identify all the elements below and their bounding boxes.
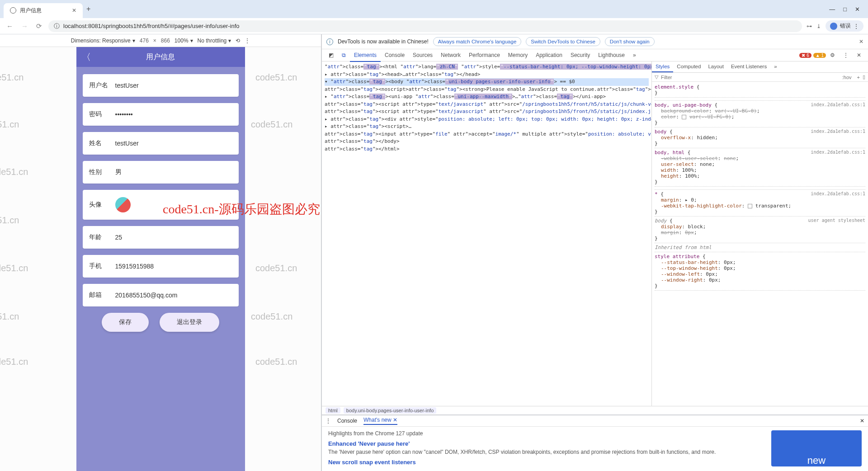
tab-memory[interactable]: Memory [504, 49, 532, 61]
watermark: code51.cn [255, 357, 297, 367]
form-field-手机[interactable]: 手机15915915988 [83, 255, 239, 278]
throttling-dropdown[interactable]: No throttling ▾ [198, 38, 231, 44]
tab-layout[interactable]: Layout [704, 61, 727, 72]
css-rule[interactable]: style attribute {--status-bar-height: 0p… [655, 252, 865, 291]
dom-tree[interactable]: "attr">class="tag"><html "attr">lang="zh… [322, 61, 652, 406]
inspect-icon[interactable]: ◩ [325, 49, 338, 61]
profile-chip[interactable]: 错误 ⋮ [826, 20, 863, 32]
more-tabs-icon[interactable]: » [629, 49, 640, 61]
dom-line[interactable]: attr">class="tag"><noscript>attr">class=… [325, 86, 649, 94]
menu-icon[interactable]: ⋮ [854, 23, 859, 29]
new-style-icon[interactable]: + [857, 75, 860, 80]
settings-icon[interactable]: ⚙ [826, 49, 839, 61]
tab-application[interactable]: Application [532, 49, 566, 61]
device-height[interactable]: 866 [161, 38, 170, 44]
address-bar[interactable]: ⓘ localhost:8081/springboots1hh5/front/h… [48, 20, 802, 32]
css-rule[interactable]: index.2da1efab.css:1body, html {-webkit-… [655, 148, 865, 187]
dom-line[interactable]: ▾ "attr">class="tag"><body "attr">class=… [325, 78, 649, 86]
tab-network[interactable]: Network [437, 49, 465, 61]
close-icon[interactable]: ✕ [72, 7, 76, 14]
error-count[interactable]: ✖ 6 [799, 53, 811, 58]
dom-line[interactable]: "attr">class="tag"><html "attr">lang="zh… [325, 63, 649, 71]
field-value: 15915915988 [115, 263, 154, 270]
tab-elements[interactable]: Elements [350, 49, 381, 62]
form-field-年龄[interactable]: 年龄25 [83, 226, 239, 249]
kebab-icon[interactable]: ⋮ [839, 49, 853, 61]
tab-security[interactable]: Security [566, 49, 594, 61]
dom-line[interactable]: attr">class="tag"><script attr">type="te… [325, 101, 649, 108]
tab-console[interactable]: Console [337, 418, 357, 424]
css-rule[interactable]: index.2da1efab.css:1body, uni-page-body … [655, 101, 865, 127]
form-field-性别[interactable]: 性别男 [83, 161, 239, 184]
form-field-姓名[interactable]: 姓名testUser [83, 132, 239, 155]
css-rule[interactable]: index.2da1efab.css:1* {margin: ▸ 0;-webk… [655, 190, 865, 217]
dom-line[interactable]: attr">class="tag"></html> [325, 146, 649, 153]
rotate-icon[interactable]: ⟲ [236, 38, 240, 44]
styles-filter-input[interactable] [661, 75, 840, 80]
form-field-头像[interactable]: 头像 [83, 190, 239, 220]
chip-match-lang[interactable]: Always match Chrome's language [433, 37, 522, 46]
maximize-button[interactable]: □ [843, 6, 847, 13]
chip-dont-show[interactable]: Don't show again [605, 37, 655, 46]
css-rule[interactable]: index.2da1efab.css:1body {overflow-x: hi… [655, 127, 865, 148]
split-icon[interactable]: ▯ [863, 74, 865, 80]
back-button[interactable]: ← [5, 22, 15, 30]
field-label: 性别 [89, 168, 115, 176]
dom-line[interactable]: ▸ "attr">class="tag"><uni-app "attr">cla… [325, 93, 649, 101]
tab-console[interactable]: Console [381, 49, 409, 61]
tab-sources[interactable]: Sources [409, 49, 437, 61]
more-icon[interactable]: » [770, 61, 780, 72]
breadcrumb[interactable]: html body.uni-body.pages-user-info-user-… [322, 406, 868, 414]
forward-button[interactable]: → [19, 22, 30, 30]
tab-computed[interactable]: Computed [673, 61, 704, 72]
form-field-邮箱[interactable]: 邮箱2016855150@qq.com [83, 284, 239, 306]
dom-line[interactable]: attr">class="tag"><script attr">type="te… [325, 108, 649, 116]
back-chevron-icon[interactable]: 〈 [82, 51, 91, 63]
form-field-用户名[interactable]: 用户名testUser [83, 74, 239, 97]
dom-line[interactable]: ▸ attr">class="tag"><script>… [325, 123, 649, 131]
css-rule[interactable]: </span><span class="sel-txt">*</span> {<… [655, 187, 865, 190]
tab-lighthouse[interactable]: Lighthouse [594, 49, 629, 61]
chip-switch-chinese[interactable]: Switch DevTools to Chinese [526, 37, 600, 46]
close-icon[interactable]: ✕ [860, 418, 864, 424]
dom-line[interactable]: ▸ attr">class="tag"><head>…attr">class="… [325, 71, 649, 79]
tab-styles[interactable]: Styles [652, 61, 673, 72]
zoom-dropdown[interactable]: 100% ▾ [175, 38, 193, 44]
device-toggle-icon[interactable]: ⧉ [338, 49, 350, 61]
window-close-button[interactable]: ✕ [855, 6, 860, 13]
dimensions-dropdown[interactable]: Dimensions: Responsive ▾ [71, 38, 135, 44]
close-icon[interactable]: ✕ [859, 38, 863, 45]
device-width[interactable]: 476 [140, 38, 149, 44]
tab-event-listeners[interactable]: Event Listeners [727, 61, 770, 72]
browser-tab[interactable]: 用户信息 ✕ [4, 3, 83, 18]
css-rule[interactable]: Inherited from html [655, 243, 865, 252]
reload-button[interactable]: ⟳ [34, 22, 44, 30]
key-icon[interactable]: ⊶ [807, 23, 812, 29]
new-tab-button[interactable]: + [86, 5, 90, 13]
warning-count[interactable]: ▲ 1 [813, 53, 826, 58]
hov-toggle[interactable]: :hov [842, 75, 852, 80]
save-button[interactable]: 保存 [102, 313, 149, 332]
watermark: code51.cn [0, 357, 28, 367]
css-rule[interactable]: user agent stylesheetbody {display: bloc… [655, 217, 865, 243]
logout-button[interactable]: 退出登录 [160, 313, 219, 332]
close-icon[interactable]: ✕ [853, 49, 865, 61]
avatar-image[interactable] [115, 197, 131, 212]
more-icon[interactable]: ⋮ [245, 38, 250, 44]
field-value: testUser [115, 82, 139, 89]
filter-icon: ▽ [655, 74, 658, 80]
dom-line[interactable]: attr">class="tag"></body> [325, 138, 649, 146]
form-field-密码[interactable]: 密码•••••••• [83, 103, 239, 126]
dom-line[interactable]: attr">class="tag"><input attr">type="fil… [325, 131, 649, 138]
install-icon[interactable]: ⤓ [816, 23, 821, 29]
tab-performance[interactable]: Performance [465, 49, 504, 61]
watermark: code51.cn [0, 119, 19, 130]
minimize-button[interactable]: — [829, 6, 835, 13]
tab-whats-new[interactable]: What's new ✕ [363, 417, 397, 425]
browser-toolbar: ← → ⟳ ⓘ localhost:8081/springboots1hh5/f… [0, 18, 868, 34]
css-rule[interactable]: element.style {} [655, 83, 865, 98]
css-rule[interactable]: </span><span class="sel-txt">body</span>… [655, 98, 865, 101]
styles-panel[interactable]: element.style {}</span><span class="sel-… [652, 82, 868, 406]
dom-line[interactable]: ▸ attr">class="tag"><div attr">style="po… [325, 116, 649, 123]
drawer-menu-icon[interactable]: ⋮ [326, 418, 331, 424]
